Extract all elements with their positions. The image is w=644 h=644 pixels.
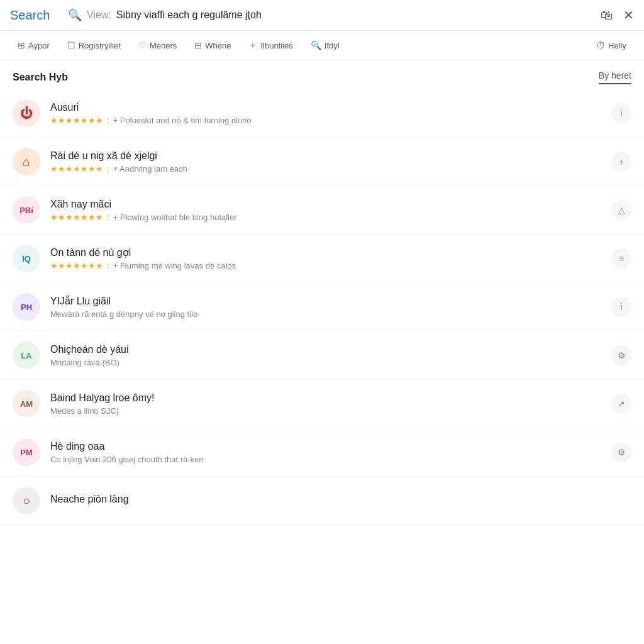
nav-label-registryiliet: Rogistryiliet: [79, 41, 121, 50]
avatar: ⌂: [13, 148, 40, 175]
star-rating: ★★★★★★★: [50, 116, 103, 125]
star-rating: ★★★★★★★: [50, 261, 103, 270]
sort-label[interactable]: By heret: [599, 70, 631, 84]
nav-bar: ⊞ Aypor ☐ Rogistryiliet ♡ Meners ⊟ Whene…: [0, 31, 644, 60]
result-action-button[interactable]: i: [611, 297, 631, 317]
result-description: Mewàrà rã entá g dénpny vé no giing tilo…: [50, 309, 200, 319]
result-name: Neache piòn làng: [50, 494, 631, 505]
nav-label-ilbuntiies: Ilbuntiies: [260, 41, 292, 50]
result-content: YIJår Llu giãilMewàrà rã entá g dénpny v…: [50, 296, 601, 319]
helly-icon: ⏱: [596, 40, 605, 50]
result-meta: ★★★★★★★ : + Andrving lam each: [50, 164, 601, 174]
result-content: On tànn dé nù gợi★★★★★★★ : + Fluming mé …: [50, 247, 601, 270]
result-name: On tànn dé nù gợi: [50, 247, 601, 258]
avatar: ○: [13, 487, 40, 514]
result-action-button[interactable]: ≡: [611, 248, 631, 269]
avatar: PH: [13, 293, 40, 321]
list-item[interactable]: LAOhiçheán dè yáuiMndaing ràvá (BO)⚙: [0, 331, 644, 380]
whene-icon: ⊟: [194, 40, 202, 50]
result-action-button[interactable]: ↗: [611, 394, 631, 414]
close-icon[interactable]: ✕: [623, 8, 634, 23]
result-meta: ★★★★★★★ : + Polueslut and nò & tim furni…: [50, 116, 601, 125]
result-description: + Polueslut and nò & tim furning diurio: [113, 116, 252, 125]
list-item[interactable]: ○Neache piòn làng: [0, 477, 644, 525]
result-description: + Fluming mé wing lavas dé calos: [113, 261, 236, 270]
result-meta: Co injleg Voiri 206 gisej chouth that rà…: [50, 455, 601, 464]
result-description: Mndaing ràvá (BO): [50, 358, 119, 367]
top-bar: Search 🔍 View: Sibny viaffi each g regul…: [0, 0, 644, 31]
result-content: Hè ding oaaCo injleg Voiri 206 gisej cho…: [50, 441, 601, 464]
nav-item-aypor[interactable]: ⊞ Aypor: [10, 36, 57, 54]
result-action-button[interactable]: ⚙: [611, 442, 631, 462]
avatar: PBi: [13, 196, 40, 224]
star-rating: ★★★★★★★: [50, 164, 103, 174]
search-icon: 🔍: [68, 8, 82, 22]
result-name: YIJår Llu giãil: [50, 296, 601, 307]
search-link[interactable]: Search: [10, 8, 60, 23]
result-name: Hè ding oaa: [50, 441, 601, 452]
result-description: + Plowing woithat ble bing hutaller: [113, 213, 237, 222]
avatar: IQ: [13, 245, 40, 272]
nav-label-aypor: Aypor: [28, 41, 50, 50]
nav-label-ifdyl: Ifdyl: [325, 41, 340, 50]
list-item[interactable]: PHYIJår Llu giãilMewàrà rã entá g dénpny…: [0, 283, 644, 331]
result-description: Medes a ilino SJC): [50, 406, 119, 416]
result-meta: Medes a ilino SJC): [50, 406, 601, 416]
nav-label-helly: Helly: [608, 41, 626, 50]
result-action-button[interactable]: i: [611, 103, 631, 123]
list-item[interactable]: PBiXãh nay mãci★★★★★★★ : + Plowing woith…: [0, 186, 644, 235]
result-meta: ★★★★★★★ : + Fluming mé wing lavas dé cal…: [50, 261, 601, 270]
result-content: Neache piòn làng: [50, 494, 631, 508]
result-list: ⏻Ausuri★★★★★★★ : + Polueslut and nò & ti…: [0, 89, 644, 525]
view-label: View:: [87, 9, 111, 21]
result-content: Baind Halyag lroe ômy!Medes a ilino SJC): [50, 392, 601, 416]
star-rating: ★★★★★★★: [50, 213, 103, 222]
result-meta: ★★★★★★★ : + Plowing woithat ble bing hut…: [50, 213, 601, 222]
result-name: Baind Halyag lroe ômy!: [50, 392, 601, 404]
nav-item-meners[interactable]: ♡ Meners: [131, 36, 184, 54]
list-item[interactable]: ⏻Ausuri★★★★★★★ : + Polueslut and nò & ti…: [0, 89, 644, 138]
top-bar-icons: 🛍 ✕: [601, 8, 634, 23]
nav-item-whene[interactable]: ⊟ Whene: [187, 36, 238, 54]
meners-icon: ♡: [138, 40, 147, 50]
result-name: Ohiçheán dè yáui: [50, 344, 601, 355]
nav-item-registryiliet[interactable]: ☐ Rogistryiliet: [60, 36, 128, 54]
result-action-button[interactable]: +: [611, 152, 631, 172]
nav-item-ifdyl[interactable]: 🔍 Ifdyl: [303, 36, 347, 54]
list-item[interactable]: PMHè ding oaaCo injleg Voiri 206 gisej c…: [0, 428, 644, 477]
cart-icon[interactable]: 🛍: [601, 8, 613, 23]
avatar: PM: [13, 438, 40, 466]
search-query: Sibny viaffi each g regulâme jțoh: [116, 9, 262, 21]
result-content: Xãh nay mãci★★★★★★★ : + Plowing woithat …: [50, 199, 601, 222]
nav-label-whene: Whene: [205, 41, 231, 50]
ifdyl-icon: 🔍: [311, 40, 321, 50]
avatar: AM: [13, 390, 40, 418]
nav-label-meners: Meners: [150, 41, 177, 50]
list-item[interactable]: IQOn tànn dé nù gợi★★★★★★★ : + Fluming m…: [0, 235, 644, 283]
nav-item-ilbuntiies[interactable]: ＋ Ilbuntiies: [241, 36, 300, 55]
result-description: + Andrving lam each: [113, 164, 187, 174]
search-section-title: Search Hyb: [13, 72, 68, 83]
result-content: Ausuri★★★★★★★ : + Polueslut and nò & tim…: [50, 102, 601, 125]
list-item[interactable]: AMBaind Halyag lroe ômy!Medes a ilino SJ…: [0, 380, 644, 428]
result-content: Ohiçheán dè yáuiMndaing ràvá (BO): [50, 344, 601, 367]
registryiliet-icon: ☐: [67, 40, 75, 50]
result-content: Rài dé u nig xã dé xjelgi★★★★★★★ : + And…: [50, 150, 601, 174]
avatar: ⏻: [13, 99, 40, 127]
result-description: Co injleg Voiri 206 gisej chouth that rà…: [50, 455, 204, 464]
list-item[interactable]: ⌂Rài dé u nig xã dé xjelgi★★★★★★★ : + An…: [0, 138, 644, 186]
result-name: Ausuri: [50, 102, 601, 113]
result-action-button[interactable]: △: [611, 200, 631, 220]
nav-item-helly[interactable]: ⏱ Helly: [589, 36, 634, 54]
result-meta: Mewàrà rã entá g dénpny vé no giing tilo…: [50, 309, 601, 319]
ilbuntiies-icon: ＋: [248, 40, 257, 51]
aypor-icon: ⊞: [18, 40, 25, 50]
search-header: Search Hyb By heret: [0, 60, 644, 89]
avatar: LA: [13, 341, 40, 369]
result-name: Rài dé u nig xã dé xjelgi: [50, 150, 601, 162]
result-meta: Mndaing ràvá (BO): [50, 358, 601, 367]
result-action-button[interactable]: ⚙: [611, 345, 631, 365]
result-name: Xãh nay mãci: [50, 199, 601, 210]
search-field-wrapper: 🔍 View: Sibny viaffi each g regulâme jțo…: [68, 8, 593, 22]
